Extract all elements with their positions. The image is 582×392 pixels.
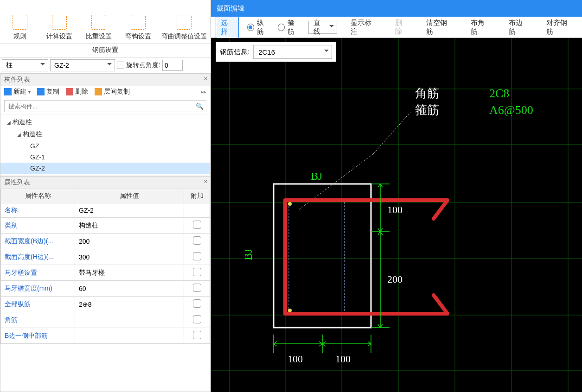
ribbon-item-hook[interactable]: 弯钩设置 — [118, 15, 158, 44]
prop-extra[interactable] — [184, 203, 210, 218]
checkbox-icon[interactable] — [193, 315, 201, 323]
prop-name: 截面宽度(B边)(... — [1, 234, 75, 249]
checkbox-icon[interactable] — [193, 331, 201, 339]
corner-rebar-button[interactable]: 布角筋 — [466, 16, 495, 38]
prop-value[interactable] — [75, 312, 184, 328]
property-panel: 属性列表 × 属性名称 属性值 附加 名称GZ-2类别构造柱截面宽度(B边)(.… — [0, 176, 211, 392]
left-pane: 规则 计算设置 比重设置 弯钩设置 弯曲调整值设置 钢筋设置 柱 GZ-2 旋转… — [0, 0, 211, 392]
property-row[interactable]: 角筋 — [1, 312, 210, 328]
copy-button[interactable]: 复制 — [37, 88, 59, 96]
category-combo[interactable]: 柱 — [2, 59, 48, 71]
radio-longbar[interactable]: 纵筋 — [247, 19, 269, 36]
rebar-info-combo[interactable]: 2C16 — [253, 45, 332, 59]
prop-extra[interactable] — [184, 265, 210, 281]
checkbox-icon[interactable] — [193, 268, 201, 276]
checkbox-icon[interactable] — [193, 284, 201, 292]
section-canvas[interactable]: 角筋 2C8 箍筋 A6@500 BJ BJ — [211, 38, 582, 392]
checkbox-icon[interactable] — [193, 299, 201, 308]
member-combo[interactable]: GZ-2 — [50, 59, 115, 71]
ribbon-item-bend[interactable]: 弯曲调整值设置 — [158, 15, 211, 44]
prop-name: 马牙槎宽度(mm) — [1, 281, 75, 297]
line-combo[interactable]: 直线 — [308, 21, 337, 34]
checkbox-icon[interactable] — [193, 252, 201, 260]
property-row[interactable]: B边一侧中部筋 — [1, 328, 210, 344]
checkbox-icon[interactable] — [193, 221, 201, 229]
property-row[interactable]: 名称GZ-2 — [1, 203, 210, 218]
prop-extra[interactable] — [184, 249, 210, 265]
col-value: 属性值 — [75, 189, 184, 203]
radio-dot-icon — [278, 24, 285, 31]
edge-rebar-button[interactable]: 布边筋 — [504, 16, 533, 38]
prop-value[interactable]: 300 — [75, 249, 184, 265]
close-icon[interactable]: × — [204, 178, 207, 185]
property-row[interactable]: 马牙槎宽度(mm)60 — [1, 281, 210, 297]
component-panel: 构件列表 × 新建 ▾ 复制 删除 层间复制 ▸▸ 🔍 构造柱 构造柱 GZ G… — [0, 73, 211, 176]
ribbon: 规则 计算设置 比重设置 弯钩设置 弯曲调整值设置 — [0, 0, 211, 44]
prop-value[interactable]: 构造柱 — [75, 218, 184, 234]
delete-button[interactable]: 删除 — [66, 88, 88, 96]
prop-value[interactable]: 带马牙槎 — [75, 265, 184, 281]
search-icon[interactable]: 🔍 — [196, 102, 204, 110]
show-dim-button[interactable]: 显示标注 — [345, 16, 382, 38]
select-button[interactable]: 选择 — [216, 16, 239, 38]
dim-v1: 100 — [387, 204, 403, 215]
search-input[interactable] — [4, 100, 206, 112]
rotate-checkbox[interactable] — [117, 62, 124, 69]
clear-rebar-button[interactable]: 清空钢筋 — [421, 16, 457, 38]
bj-left-label: BJ — [242, 249, 254, 260]
ribbon-item-rule[interactable]: 规则 — [0, 15, 39, 44]
prop-extra[interactable] — [184, 234, 210, 249]
rotate-value-input[interactable] — [162, 60, 183, 71]
property-row[interactable]: 马牙槎设置带马牙槎 — [1, 265, 210, 281]
dim-v2: 200 — [387, 273, 403, 285]
prop-name: 马牙槎设置 — [1, 265, 75, 281]
prop-value[interactable]: 60 — [75, 281, 184, 297]
tree-sub[interactable]: 构造柱 — [0, 128, 210, 140]
radio-stirrup[interactable]: 箍筋 — [278, 19, 300, 36]
dim-h1: 100 — [288, 353, 303, 365]
prop-extra[interactable] — [184, 328, 210, 344]
prop-value[interactable]: 200 — [75, 234, 184, 249]
leader-line — [373, 112, 410, 154]
prop-value[interactable]: GZ-2 — [75, 203, 184, 218]
prop-extra[interactable] — [184, 218, 210, 234]
tree-root[interactable]: 构造柱 — [0, 116, 210, 128]
calc-icon — [52, 15, 67, 30]
property-table: 属性名称 属性值 附加 名称GZ-2类别构造柱截面宽度(B边)(...200截面… — [0, 189, 210, 344]
new-button[interactable]: 新建 ▾ — [4, 88, 31, 96]
prop-value[interactable] — [75, 328, 184, 344]
delete-rebar-button[interactable]: 删除 — [390, 16, 413, 38]
new-icon — [4, 88, 12, 95]
section-editor-title: 截面编辑 — [211, 0, 582, 17]
property-row[interactable]: 截面宽度(B边)(...200 — [1, 234, 210, 249]
tree-item-gz2[interactable]: GZ-2 — [0, 163, 210, 174]
ribbon-item-weight[interactable]: 比重设置 — [79, 15, 118, 44]
component-tree: 构造柱 构造柱 GZ GZ-1 GZ-2 — [0, 114, 210, 176]
radio-dot-on-icon — [247, 24, 254, 31]
prop-extra[interactable] — [184, 297, 210, 312]
floor-copy-button[interactable]: 层间复制 — [95, 88, 130, 96]
property-row[interactable]: 类别构造柱 — [1, 218, 210, 234]
tree-item-gz[interactable]: GZ — [0, 140, 210, 152]
dropdown-bar: 柱 GZ-2 旋转点角度: — [0, 57, 211, 73]
property-row[interactable]: 截面高度(H边)(...300 — [1, 249, 210, 265]
property-panel-header: 属性列表 × — [0, 177, 210, 189]
prop-extra[interactable] — [184, 312, 210, 328]
prop-name: 角筋 — [1, 312, 75, 328]
checkbox-icon[interactable] — [193, 236, 201, 245]
close-icon[interactable]: × — [204, 75, 207, 82]
hook-icon — [131, 15, 146, 30]
align-rebar-button[interactable]: 对齐钢筋 — [541, 16, 577, 38]
copy-icon — [37, 88, 45, 95]
prop-extra[interactable] — [184, 281, 210, 297]
corner-dot — [288, 309, 292, 312]
prop-value[interactable]: 2⊕8 — [75, 297, 184, 312]
tree-item-gz1[interactable]: GZ-1 — [0, 152, 210, 163]
property-row[interactable]: 全部纵筋2⊕8 — [1, 297, 210, 312]
prop-name: 类别 — [1, 218, 75, 234]
prop-name: 全部纵筋 — [1, 297, 75, 312]
rebar-info-bar: 钢筋信息: 2C16 — [216, 42, 336, 62]
section-editor-toolbar: 选择 纵筋 箍筋 直线 显示标注 删除 清空钢筋 布角筋 布边筋 对齐钢筋 — [211, 17, 582, 38]
ribbon-item-calc[interactable]: 计算设置 — [39, 15, 79, 44]
more-icon[interactable]: ▸▸ — [201, 89, 206, 95]
